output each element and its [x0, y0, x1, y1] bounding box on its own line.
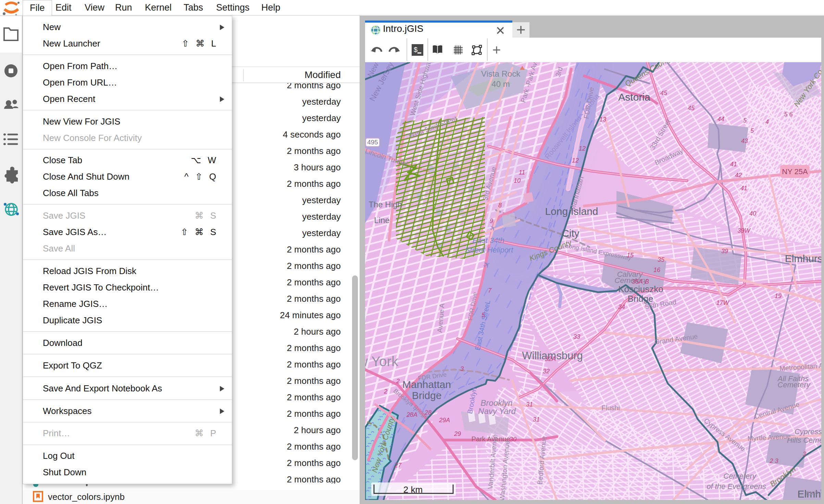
svg-text:34: 34: [618, 303, 625, 310]
svg-text:35A-B: 35A-B: [632, 278, 649, 285]
svg-text:2 km: 2 km: [403, 484, 423, 495]
svg-text:of the Evergreens: of the Evergreens: [707, 482, 766, 491]
svg-text:33: 33: [573, 333, 580, 340]
svg-text:43: 43: [741, 138, 748, 144]
svg-text:8: 8: [498, 202, 502, 209]
svg-text:Bridge: Bridge: [412, 390, 442, 401]
svg-text:40: 40: [749, 210, 756, 217]
svg-text:Long Island: Long Island: [545, 206, 598, 217]
svg-text:12: 12: [572, 157, 579, 164]
svg-text:City: City: [562, 228, 579, 239]
svg-text:28: 28: [424, 409, 432, 416]
svg-text:5 6: 5 6: [784, 111, 793, 118]
svg-text:27: 27: [394, 462, 402, 469]
svg-text:495: 495: [367, 139, 378, 146]
svg-text:31: 31: [533, 416, 540, 423]
svg-text:7: 7: [488, 287, 492, 294]
svg-text:East 34th: East 34th: [473, 236, 504, 245]
svg-text:Street Heliport: Street Heliport: [465, 246, 514, 254]
svg-text:Brooklyn: Brooklyn: [480, 398, 512, 408]
svg-text:39W: 39W: [737, 227, 751, 234]
svg-text:Hills Cemet: Hills Cemet: [787, 436, 821, 444]
svg-text:40 m: 40 m: [491, 79, 510, 89]
svg-text:39: 39: [721, 248, 728, 255]
svg-text:11: 11: [519, 169, 525, 176]
svg-text:17W: 17W: [716, 299, 729, 306]
svg-text:3: 3: [460, 365, 464, 372]
svg-text:Cemetery: Cemetery: [723, 472, 757, 480]
svg-text:31: 31: [526, 401, 533, 408]
svg-text:The High: The High: [369, 200, 402, 209]
svg-text:w York: w York: [365, 354, 399, 369]
svg-text:29A: 29A: [439, 417, 450, 424]
svg-text:Flushi: Flushi: [601, 404, 620, 412]
svg-text:32A: 32A: [545, 356, 556, 362]
svg-text:Line: Line: [374, 216, 389, 225]
svg-text:41: 41: [730, 161, 737, 168]
svg-text:Cemetery: Cemetery: [777, 380, 811, 389]
svg-text:35: 35: [658, 256, 665, 263]
svg-text:32: 32: [543, 368, 550, 375]
svg-text:3: 3: [803, 451, 806, 457]
svg-text:15: 15: [627, 252, 634, 259]
svg-text:Navy Yard: Navy Yard: [478, 406, 516, 416]
svg-text:45: 45: [688, 105, 695, 112]
svg-text:28A: 28A: [406, 411, 417, 418]
svg-text:$: $: [414, 46, 417, 53]
svg-text:30: 30: [510, 436, 516, 443]
svg-text:4: 4: [765, 118, 769, 125]
svg-text:41: 41: [740, 185, 747, 192]
svg-text:29: 29: [454, 430, 461, 437]
svg-text:Cypress: Cypress: [795, 427, 821, 436]
svg-text:5: 5: [482, 312, 485, 319]
svg-text:2 3: 2 3: [769, 457, 778, 464]
svg-text:Astoria: Astoria: [618, 91, 650, 103]
svg-text:5: 5: [750, 127, 754, 134]
svg-text:44: 44: [717, 116, 724, 122]
svg-text:2: 2: [396, 378, 400, 385]
svg-text:19: 19: [775, 293, 782, 299]
svg-text:2: 2: [384, 388, 387, 395]
svg-text:Kosciuszko: Kosciuszko: [618, 284, 663, 294]
svg-text:NY 25A: NY 25A: [782, 167, 808, 176]
svg-text:5: 5: [743, 117, 747, 124]
svg-text:16: 16: [653, 267, 661, 273]
svg-text:42: 42: [735, 172, 742, 179]
svg-text:9: 9: [490, 218, 493, 224]
svg-text:45: 45: [660, 90, 667, 96]
svg-text:Vista Rock: Vista Rock: [481, 69, 521, 78]
svg-text:13: 13: [599, 116, 606, 123]
svg-text:Elmhurst: Elmhurst: [785, 253, 821, 264]
svg-text:10: 10: [514, 177, 521, 184]
svg-text:12: 12: [579, 145, 586, 152]
